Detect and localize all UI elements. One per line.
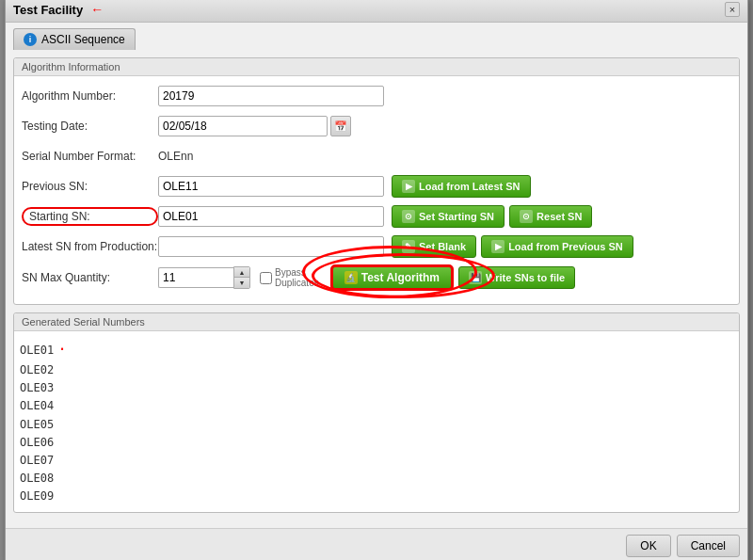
previous-sn-row: Previous SN: ▶ Load from Latest SN [22, 174, 731, 199]
algorithm-number-row: Algorithm Number: [22, 84, 731, 108]
title-bar-left: Test Facility ← [13, 2, 104, 17]
starting-sn-row: Starting SN: ⊙ Set Starting SN ⊙ Reset S… [22, 204, 731, 229]
serial-number-format-row: Serial Number Format: OLEnn [22, 144, 731, 168]
set-blank-label: Set Blank [419, 241, 466, 252]
test-algorithm-label: Test Algorithm [361, 271, 440, 284]
previous-sn-input[interactable] [158, 176, 384, 197]
production-buttons: ✎ Set Blank ▶ Load from Previous SN [392, 235, 633, 258]
tab-bar: i ASCII Sequence [6, 23, 747, 50]
title-bar-arrow: ← [90, 2, 104, 17]
quantity-spinner: ▲ ▼ [158, 266, 250, 289]
algorithm-number-label: Algorithm Number: [22, 89, 158, 103]
latest-sn-production-input[interactable] [158, 236, 384, 257]
set-starting-icon: ⊙ [402, 210, 415, 223]
serial-number-item-3: OLE04 [20, 399, 54, 412]
testing-date-input[interactable] [158, 116, 328, 136]
tab-ascii-sequence-label: ASCII Sequence [41, 33, 125, 46]
reset-sn-button[interactable]: ⊙ Reset SN [509, 205, 592, 228]
generated-serial-numbers-title: Generated Serial Numbers [14, 313, 739, 331]
starting-sn-input[interactable] [158, 206, 384, 227]
calendar-button[interactable]: 📅 [330, 116, 351, 136]
testing-date-row: Testing Date: 📅 [22, 114, 731, 138]
serial-numbers-body: OLE01· OLE02 OLE03 OLE04 OLE05 OLE06 OLE… [14, 331, 739, 511]
dialog-content: Algorithm Information Algorithm Number: … [6, 50, 747, 527]
testing-date-label: Testing Date: [22, 120, 158, 133]
dialog-title: Test Facility [13, 3, 83, 17]
set-starting-sn-label: Set Starting SN [419, 211, 494, 222]
bypass-duplicates-label: BypassDuplicates [275, 267, 319, 288]
load-from-latest-sn-label: Load from Latest SN [419, 181, 521, 192]
info-icon: i [24, 33, 37, 46]
bypass-duplicates-checkbox[interactable] [260, 272, 272, 284]
load-latest-sn-wrapper: ▶ Load from Latest SN [392, 175, 531, 198]
test-algorithm-circle-highlight: 🔬 Test Algorithm [330, 264, 454, 291]
load-from-previous-sn-button[interactable]: ▶ Load from Previous SN [481, 235, 633, 258]
algorithm-section-title: Algorithm Information [14, 58, 739, 76]
load-from-latest-sn-button[interactable]: ▶ Load from Latest SN [392, 175, 531, 198]
reset-sn-label: Reset SN [537, 211, 582, 222]
spinner-buttons: ▲ ▼ [233, 266, 250, 289]
test-algorithm-button[interactable]: 🔬 Test Algorithm [330, 264, 454, 291]
test-facility-dialog: Test Facility ← × i ASCII Sequence Algor… [5, 0, 748, 560]
generated-serial-numbers-section: Generated Serial Numbers OLE01· OLE02 OL… [13, 312, 740, 512]
load-prev-icon: ▶ [491, 240, 505, 253]
bypass-duplicates-row: BypassDuplicates [260, 267, 319, 288]
serial-number-format-label: Serial Number Format: [22, 150, 158, 163]
sn-max-quantity-label: SN Max Quantity: [22, 271, 158, 284]
date-wrapper: 📅 [158, 116, 351, 136]
serial-number-item-2: OLE03 [20, 381, 54, 394]
algorithm-information-section: Algorithm Information Algorithm Number: … [13, 57, 740, 305]
starting-sn-buttons: ⊙ Set Starting SN ⊙ Reset SN [392, 205, 592, 228]
write-icon: 💾 [469, 271, 482, 284]
serial-number-item-0: OLE01· [20, 344, 67, 357]
sn-max-quantity-row: SN Max Quantity: ▲ ▼ BypassDuplicates [22, 264, 731, 291]
serial-numbers-list: OLE01· OLE02 OLE03 OLE04 OLE05 OLE06 OLE… [20, 337, 733, 505]
load-from-previous-sn-label: Load from Previous SN [508, 241, 623, 252]
serial-number-item-5: OLE06 [20, 436, 54, 449]
starting-sn-label: Starting SN: [22, 207, 158, 226]
spinner-down-button[interactable]: ▼ [234, 278, 249, 288]
title-bar: Test Facility ← × [6, 0, 747, 23]
serial-number-item-8: OLE09 [20, 489, 54, 503]
serial-number-format-value: OLEnn [158, 150, 193, 163]
close-button[interactable]: × [725, 2, 740, 17]
set-blank-icon: ✎ [402, 240, 415, 253]
serial-number-item-6: OLE07 [20, 454, 54, 467]
write-sns-to-file-button[interactable]: 💾 Write SNs to file [458, 266, 575, 289]
checkbox-area: BypassDuplicates [260, 267, 319, 288]
algorithm-number-input[interactable] [158, 86, 384, 106]
spinner-up-button[interactable]: ▲ [234, 267, 249, 278]
reset-icon: ⊙ [520, 210, 533, 223]
load-icon: ▶ [402, 180, 415, 193]
set-blank-button[interactable]: ✎ Set Blank [392, 235, 476, 258]
ok-button[interactable]: OK [626, 535, 670, 557]
dialog-footer: OK Cancel [6, 528, 747, 560]
serial-number-item-7: OLE08 [20, 472, 54, 485]
serial-number-item-4: OLE05 [20, 418, 54, 431]
previous-sn-label: Previous SN: [22, 180, 158, 193]
latest-sn-production-row: Latest SN from Production: ✎ Set Blank ▶… [22, 234, 731, 259]
set-starting-sn-button[interactable]: ⊙ Set Starting SN [392, 205, 505, 228]
test-icon: 🔬 [344, 271, 358, 284]
write-sns-to-file-label: Write SNs to file [486, 272, 565, 283]
algorithm-section-body: Algorithm Number: Testing Date: 📅 Serial… [14, 76, 739, 304]
algorithm-action-buttons: 🔬 Test Algorithm 💾 Write SNs to file [330, 264, 576, 291]
tab-ascii-sequence[interactable]: i ASCII Sequence [13, 28, 136, 50]
sn-max-quantity-input[interactable] [158, 267, 233, 288]
latest-sn-production-label: Latest SN from Production: [22, 240, 158, 253]
serial-number-item-1: OLE02 [20, 363, 54, 376]
cancel-button[interactable]: Cancel [677, 535, 740, 557]
